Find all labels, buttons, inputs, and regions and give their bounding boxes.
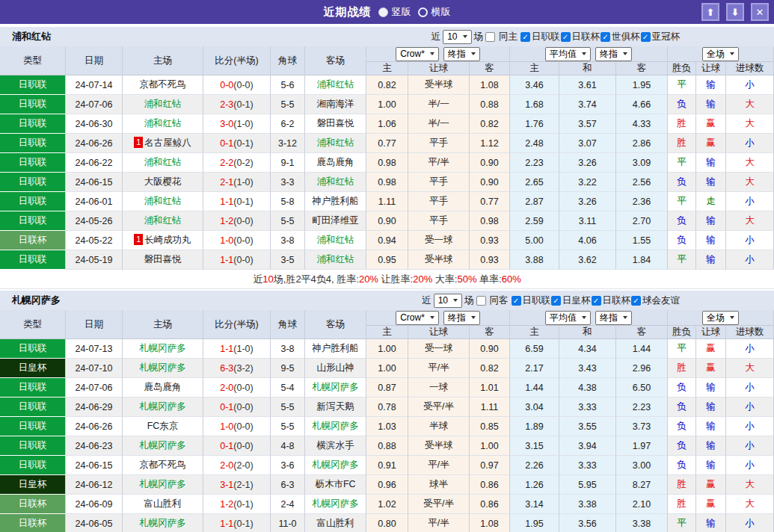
handicap-result-cell: 输 — [696, 514, 726, 532]
handicap-result-cell: 输 — [696, 456, 726, 475]
scroll-down-button[interactable]: ⬇ — [726, 3, 744, 21]
horizontal-layout-radio[interactable]: 横版 — [418, 5, 451, 19]
same-venue-checkbox[interactable] — [485, 32, 495, 42]
league-checkbox[interactable]: ✓ — [592, 296, 601, 306]
avg-home-cell: 2.23 — [510, 153, 559, 173]
halftime-score: (0-0) — [233, 80, 253, 90]
section-filter-bar: 札幌冈萨多 近 10 场 同客 ✓日职联✓日皇杯✓日联杯✓球会友谊 — [0, 291, 774, 310]
goals-cell: 小 — [726, 231, 774, 250]
average-select[interactable]: 平均值 — [545, 47, 591, 61]
match-count-select[interactable]: 10 — [443, 30, 471, 44]
match-count-select[interactable]: 10 — [434, 294, 462, 308]
away-odds-cell: 1.11 — [470, 398, 510, 417]
avg-draw-cell: 3.11 — [559, 211, 616, 231]
fulltime-score: 2-0 — [220, 383, 233, 393]
league-checkbox-label: 日联杯 — [572, 31, 601, 43]
home-team-cell: 浦和红钻 — [123, 153, 203, 173]
fulltime-select[interactable]: 全场 — [702, 47, 739, 61]
halftime-score: (1-0) — [233, 119, 253, 129]
chevron-down-icon — [730, 52, 734, 55]
avg-draw-cell: 3.22 — [559, 173, 616, 192]
avg-away-cell: 1.84 — [616, 250, 668, 270]
home-team-name: 名古屋鲸八 — [144, 137, 191, 148]
col-type: 类型 — [0, 46, 66, 75]
handicap-result-cell: 输 — [696, 75, 726, 95]
avg-draw-cell: 4.38 — [559, 378, 616, 398]
scroll-up-button[interactable]: ⬆ — [701, 3, 719, 21]
final-odds-select[interactable]: 终指 — [595, 47, 632, 61]
table-row: 日职联24-07-13札幌冈萨多1-1(1-0)3-8神户胜利船1.00受一球0… — [0, 339, 774, 359]
col-corner: 角球 — [271, 46, 305, 75]
same-venue-checkbox[interactable] — [476, 296, 486, 306]
league-checkbox[interactable]: ✓ — [641, 32, 651, 42]
avg-home-cell: 2.48 — [510, 134, 559, 153]
avg-away-cell: 2.96 — [616, 359, 668, 378]
avg-draw-cell: 3.55 — [559, 417, 616, 436]
final-odds-select[interactable]: 终指 — [595, 311, 632, 325]
average-select[interactable]: 平均值 — [545, 311, 591, 325]
corner-cell: 5-6 — [271, 75, 305, 95]
col-score: 比分(半场) — [203, 46, 271, 75]
home-team-name: FC东京 — [147, 421, 179, 431]
halftime-score: (0-0) — [233, 441, 253, 451]
away-odds-cell: 0.93 — [470, 231, 510, 250]
home-team-name: 浦和红钻 — [144, 196, 182, 206]
close-button[interactable]: ✕ — [751, 3, 769, 21]
date-cell: 24-05-19 — [66, 250, 123, 270]
result-cell: 负 — [668, 211, 696, 231]
filter-controls: 近 10 场 同客 ✓日职联✓日皇杯✓日联杯✓球会友谊 — [422, 294, 774, 308]
table-row: 日职联24-07-06鹿岛鹿角2-0(0-0)5-4札幌冈萨多0.87一球1.0… — [0, 378, 774, 398]
score-cell: 2-0(2-0) — [203, 456, 271, 475]
league-checkbox[interactable]: ✓ — [512, 296, 521, 306]
goals-cell: 大 — [726, 153, 774, 173]
goals-cell: 大 — [726, 495, 774, 514]
goals-cell: 小 — [726, 417, 774, 436]
final-odds-select[interactable]: 终指 — [443, 311, 480, 325]
away-team-name: 山形山神 — [317, 362, 354, 373]
away-team-name: 湘南海洋 — [317, 99, 354, 109]
col-goals: 进球数 — [726, 62, 774, 75]
league-cell: 日职联 — [0, 95, 66, 114]
titlebar-buttons: ⬆ ⬇ ✕ — [701, 3, 769, 21]
match-count-value: 10 — [447, 31, 457, 42]
odds-provider-select[interactable]: Crow* — [396, 311, 439, 325]
avg-away-cell: 2.23 — [616, 398, 668, 417]
score-cell: 2-2(0-2) — [203, 153, 271, 173]
avg-draw-cell: 3.43 — [559, 359, 616, 378]
avg-draw-cell: 3.38 — [559, 495, 616, 514]
vertical-layout-radio[interactable]: 竖版 — [378, 5, 411, 19]
league-checkbox[interactable]: ✓ — [631, 296, 641, 306]
table-row: 日职联24-07-14京都不死鸟0-0(0-0)5-6浦和红钻0.82受半球1.… — [0, 75, 774, 95]
final-odds-select[interactable]: 终指 — [443, 47, 480, 61]
avg-home-cell: 1.95 — [510, 514, 559, 532]
same-venue-label: 同主 — [499, 31, 517, 43]
home-odds-cell: 0.77 — [366, 134, 408, 153]
away-odds-cell: 0.86 — [470, 495, 510, 514]
league-checkbox[interactable]: ✓ — [520, 32, 530, 42]
chevron-down-icon — [430, 52, 434, 55]
away-odds-cell: 0.86 — [470, 475, 510, 495]
odds-provider-select[interactable]: Crow* — [396, 47, 439, 61]
col-goals: 进球数 — [726, 326, 774, 339]
league-checkbox[interactable]: ✓ — [561, 32, 571, 42]
away-team-name: 札幌冈萨多 — [312, 382, 359, 392]
result-cell: 负 — [668, 436, 696, 456]
league-checkbox-label: 日职联 — [532, 31, 560, 43]
fulltime-select[interactable]: 全场 — [702, 311, 739, 325]
col-avg-home: 主 — [510, 62, 559, 75]
home-team-name: 京都不死鸟 — [139, 79, 186, 90]
col-corner: 角球 — [271, 310, 305, 339]
league-checkbox[interactable]: ✓ — [551, 296, 561, 306]
home-team-name: 浦和红钻 — [144, 157, 182, 167]
col-score: 比分(半场) — [203, 310, 271, 339]
league-checkbox[interactable]: ✓ — [601, 32, 610, 42]
away-team-name: 浦和红钻 — [317, 79, 354, 90]
away-team-cell: 町田泽维亚 — [305, 211, 366, 231]
halftime-score: (2-0) — [233, 460, 253, 471]
away-team-cell: 鹿岛鹿角 — [305, 153, 366, 173]
col-handicap-result: 让球 — [696, 62, 726, 75]
home-odds-cell: 0.98 — [366, 173, 408, 192]
fulltime-group-header: 全场 — [668, 310, 774, 326]
table-row: 日职联24-05-26浦和红钻1-2(0-0)5-5町田泽维亚0.90平手0.9… — [0, 211, 774, 231]
home-odds-cell: 1.11 — [366, 192, 408, 211]
